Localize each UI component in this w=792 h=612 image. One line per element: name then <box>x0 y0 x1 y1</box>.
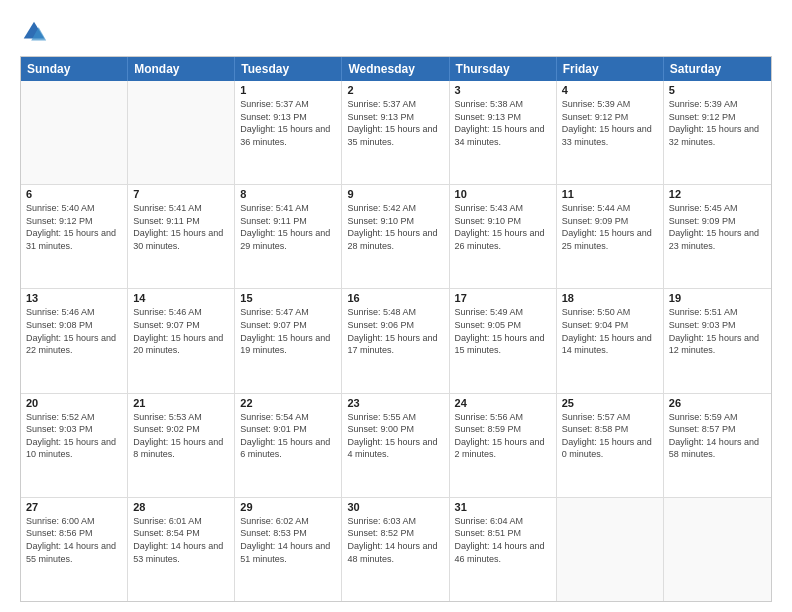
day-cell-8: 8Sunrise: 5:41 AMSunset: 9:11 PMDaylight… <box>235 185 342 288</box>
day-info: Sunrise: 5:37 AMSunset: 9:13 PMDaylight:… <box>240 98 336 148</box>
logo-icon <box>20 18 48 46</box>
day-info: Sunrise: 5:45 AMSunset: 9:09 PMDaylight:… <box>669 202 766 252</box>
day-info: Sunrise: 5:46 AMSunset: 9:07 PMDaylight:… <box>133 306 229 356</box>
day-number: 27 <box>26 501 122 513</box>
weekday-header-monday: Monday <box>128 57 235 81</box>
calendar-body: 1Sunrise: 5:37 AMSunset: 9:13 PMDaylight… <box>21 81 771 601</box>
calendar-week-4: 20Sunrise: 5:52 AMSunset: 9:03 PMDayligh… <box>21 394 771 498</box>
day-info: Sunrise: 5:59 AMSunset: 8:57 PMDaylight:… <box>669 411 766 461</box>
day-number: 11 <box>562 188 658 200</box>
day-number: 8 <box>240 188 336 200</box>
day-cell-6: 6Sunrise: 5:40 AMSunset: 9:12 PMDaylight… <box>21 185 128 288</box>
day-cell-9: 9Sunrise: 5:42 AMSunset: 9:10 PMDaylight… <box>342 185 449 288</box>
calendar-week-5: 27Sunrise: 6:00 AMSunset: 8:56 PMDayligh… <box>21 498 771 601</box>
day-number: 1 <box>240 84 336 96</box>
weekday-header-tuesday: Tuesday <box>235 57 342 81</box>
day-info: Sunrise: 5:48 AMSunset: 9:06 PMDaylight:… <box>347 306 443 356</box>
weekday-header-friday: Friday <box>557 57 664 81</box>
day-info: Sunrise: 5:38 AMSunset: 9:13 PMDaylight:… <box>455 98 551 148</box>
day-number: 24 <box>455 397 551 409</box>
day-number: 17 <box>455 292 551 304</box>
day-cell-29: 29Sunrise: 6:02 AMSunset: 8:53 PMDayligh… <box>235 498 342 601</box>
empty-cell <box>664 498 771 601</box>
calendar-week-2: 6Sunrise: 5:40 AMSunset: 9:12 PMDaylight… <box>21 185 771 289</box>
day-info: Sunrise: 6:02 AMSunset: 8:53 PMDaylight:… <box>240 515 336 565</box>
day-cell-16: 16Sunrise: 5:48 AMSunset: 9:06 PMDayligh… <box>342 289 449 392</box>
day-cell-26: 26Sunrise: 5:59 AMSunset: 8:57 PMDayligh… <box>664 394 771 497</box>
day-info: Sunrise: 5:50 AMSunset: 9:04 PMDaylight:… <box>562 306 658 356</box>
calendar: SundayMondayTuesdayWednesdayThursdayFrid… <box>20 56 772 602</box>
day-info: Sunrise: 5:46 AMSunset: 9:08 PMDaylight:… <box>26 306 122 356</box>
day-cell-22: 22Sunrise: 5:54 AMSunset: 9:01 PMDayligh… <box>235 394 342 497</box>
day-info: Sunrise: 5:39 AMSunset: 9:12 PMDaylight:… <box>669 98 766 148</box>
day-cell-19: 19Sunrise: 5:51 AMSunset: 9:03 PMDayligh… <box>664 289 771 392</box>
day-info: Sunrise: 5:42 AMSunset: 9:10 PMDaylight:… <box>347 202 443 252</box>
day-info: Sunrise: 5:57 AMSunset: 8:58 PMDaylight:… <box>562 411 658 461</box>
day-number: 10 <box>455 188 551 200</box>
day-cell-31: 31Sunrise: 6:04 AMSunset: 8:51 PMDayligh… <box>450 498 557 601</box>
day-info: Sunrise: 5:52 AMSunset: 9:03 PMDaylight:… <box>26 411 122 461</box>
day-number: 26 <box>669 397 766 409</box>
weekday-header-sunday: Sunday <box>21 57 128 81</box>
day-info: Sunrise: 5:41 AMSunset: 9:11 PMDaylight:… <box>133 202 229 252</box>
day-number: 14 <box>133 292 229 304</box>
day-info: Sunrise: 6:00 AMSunset: 8:56 PMDaylight:… <box>26 515 122 565</box>
day-number: 21 <box>133 397 229 409</box>
day-cell-14: 14Sunrise: 5:46 AMSunset: 9:07 PMDayligh… <box>128 289 235 392</box>
weekday-header-saturday: Saturday <box>664 57 771 81</box>
day-cell-28: 28Sunrise: 6:01 AMSunset: 8:54 PMDayligh… <box>128 498 235 601</box>
day-number: 13 <box>26 292 122 304</box>
day-number: 22 <box>240 397 336 409</box>
day-info: Sunrise: 5:40 AMSunset: 9:12 PMDaylight:… <box>26 202 122 252</box>
day-number: 18 <box>562 292 658 304</box>
day-info: Sunrise: 5:54 AMSunset: 9:01 PMDaylight:… <box>240 411 336 461</box>
weekday-header-thursday: Thursday <box>450 57 557 81</box>
day-number: 9 <box>347 188 443 200</box>
day-info: Sunrise: 5:47 AMSunset: 9:07 PMDaylight:… <box>240 306 336 356</box>
day-cell-10: 10Sunrise: 5:43 AMSunset: 9:10 PMDayligh… <box>450 185 557 288</box>
day-number: 6 <box>26 188 122 200</box>
day-cell-7: 7Sunrise: 5:41 AMSunset: 9:11 PMDaylight… <box>128 185 235 288</box>
day-info: Sunrise: 5:43 AMSunset: 9:10 PMDaylight:… <box>455 202 551 252</box>
day-number: 3 <box>455 84 551 96</box>
day-info: Sunrise: 5:51 AMSunset: 9:03 PMDaylight:… <box>669 306 766 356</box>
day-number: 31 <box>455 501 551 513</box>
day-number: 7 <box>133 188 229 200</box>
day-cell-18: 18Sunrise: 5:50 AMSunset: 9:04 PMDayligh… <box>557 289 664 392</box>
weekday-header-wednesday: Wednesday <box>342 57 449 81</box>
day-number: 4 <box>562 84 658 96</box>
day-cell-3: 3Sunrise: 5:38 AMSunset: 9:13 PMDaylight… <box>450 81 557 184</box>
day-info: Sunrise: 6:01 AMSunset: 8:54 PMDaylight:… <box>133 515 229 565</box>
day-number: 5 <box>669 84 766 96</box>
day-info: Sunrise: 5:55 AMSunset: 9:00 PMDaylight:… <box>347 411 443 461</box>
calendar-header: SundayMondayTuesdayWednesdayThursdayFrid… <box>21 57 771 81</box>
day-cell-15: 15Sunrise: 5:47 AMSunset: 9:07 PMDayligh… <box>235 289 342 392</box>
day-number: 28 <box>133 501 229 513</box>
day-cell-21: 21Sunrise: 5:53 AMSunset: 9:02 PMDayligh… <box>128 394 235 497</box>
day-number: 2 <box>347 84 443 96</box>
day-cell-23: 23Sunrise: 5:55 AMSunset: 9:00 PMDayligh… <box>342 394 449 497</box>
day-cell-30: 30Sunrise: 6:03 AMSunset: 8:52 PMDayligh… <box>342 498 449 601</box>
day-cell-2: 2Sunrise: 5:37 AMSunset: 9:13 PMDaylight… <box>342 81 449 184</box>
day-info: Sunrise: 5:44 AMSunset: 9:09 PMDaylight:… <box>562 202 658 252</box>
day-cell-17: 17Sunrise: 5:49 AMSunset: 9:05 PMDayligh… <box>450 289 557 392</box>
calendar-week-3: 13Sunrise: 5:46 AMSunset: 9:08 PMDayligh… <box>21 289 771 393</box>
day-info: Sunrise: 5:39 AMSunset: 9:12 PMDaylight:… <box>562 98 658 148</box>
empty-cell <box>21 81 128 184</box>
day-cell-24: 24Sunrise: 5:56 AMSunset: 8:59 PMDayligh… <box>450 394 557 497</box>
day-cell-13: 13Sunrise: 5:46 AMSunset: 9:08 PMDayligh… <box>21 289 128 392</box>
day-info: Sunrise: 5:37 AMSunset: 9:13 PMDaylight:… <box>347 98 443 148</box>
day-number: 29 <box>240 501 336 513</box>
day-info: Sunrise: 5:56 AMSunset: 8:59 PMDaylight:… <box>455 411 551 461</box>
day-cell-27: 27Sunrise: 6:00 AMSunset: 8:56 PMDayligh… <box>21 498 128 601</box>
day-number: 16 <box>347 292 443 304</box>
day-number: 25 <box>562 397 658 409</box>
day-number: 15 <box>240 292 336 304</box>
day-cell-25: 25Sunrise: 5:57 AMSunset: 8:58 PMDayligh… <box>557 394 664 497</box>
day-cell-1: 1Sunrise: 5:37 AMSunset: 9:13 PMDaylight… <box>235 81 342 184</box>
day-info: Sunrise: 6:03 AMSunset: 8:52 PMDaylight:… <box>347 515 443 565</box>
day-cell-5: 5Sunrise: 5:39 AMSunset: 9:12 PMDaylight… <box>664 81 771 184</box>
day-number: 30 <box>347 501 443 513</box>
day-cell-11: 11Sunrise: 5:44 AMSunset: 9:09 PMDayligh… <box>557 185 664 288</box>
day-info: Sunrise: 5:53 AMSunset: 9:02 PMDaylight:… <box>133 411 229 461</box>
